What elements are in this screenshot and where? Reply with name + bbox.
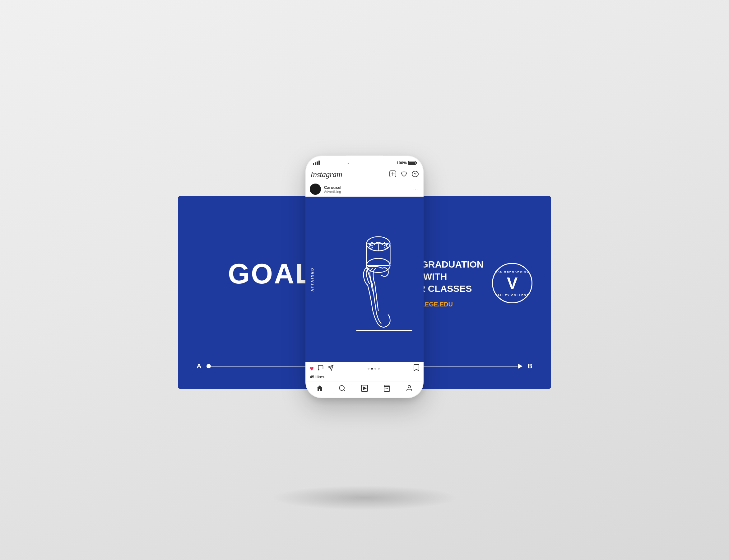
svg-line-9 — [344, 390, 345, 391]
signal-bar-4 — [319, 161, 320, 165]
post-username: Carousel — [324, 185, 342, 190]
svg-point-8 — [339, 385, 344, 390]
like-button[interactable]: ♥ — [310, 365, 314, 373]
post-avatar — [310, 184, 321, 195]
carousel-dots — [367, 368, 380, 370]
point-a-label: A — [197, 362, 202, 370]
scene: GOAL A GET TO GRADUATION FASTER WITH SUM… — [147, 78, 582, 482]
signal-bar-1 — [313, 163, 314, 165]
phone: 11: 11 a.m. 100% Instagram — [306, 156, 423, 398]
vc-logo-bottom-text: VALLEY COLLEGE — [493, 294, 531, 297]
vc-logo-letter: V — [507, 275, 518, 291]
attained-label: ATTAINED — [311, 267, 314, 292]
post-user[interactable]: Carousel Advertising — [310, 184, 342, 195]
battery-area: 100% — [396, 161, 416, 165]
instagram-icons — [389, 170, 418, 179]
reels-nav-icon[interactable] — [361, 385, 368, 392]
add-post-icon[interactable] — [389, 170, 396, 179]
post-subtitle: Advertising — [324, 190, 342, 194]
comment-button[interactable] — [318, 365, 324, 372]
vc-logo-top-text: SAN BERNARDINO — [493, 270, 531, 273]
vc-logo: SAN BERNARDINO V VALLEY COLLEGE — [492, 263, 532, 303]
post-actions-left: ♥ — [310, 365, 334, 373]
post-actions: ♥ — [306, 362, 423, 374]
battery-percent: 100% — [396, 161, 407, 165]
profile-nav-icon[interactable] — [405, 385, 413, 392]
dot-1 — [367, 368, 369, 370]
likes-count: 45 likes — [306, 374, 423, 381]
post-user-info: Carousel Advertising — [324, 185, 342, 194]
instagram-header: Instagram — [306, 168, 423, 182]
bottom-navigation — [306, 381, 423, 398]
post-more-button[interactable]: ··· — [413, 186, 419, 192]
search-nav-icon[interactable] — [339, 385, 346, 392]
post-image-inner: ATTAINED — [306, 197, 423, 362]
home-nav-icon[interactable] — [316, 385, 324, 392]
dot-3 — [374, 368, 376, 370]
share-button[interactable] — [328, 365, 334, 372]
diploma-illustration — [306, 197, 423, 362]
dot-4 — [378, 368, 380, 370]
shop-nav-icon[interactable] — [383, 385, 390, 392]
phone-mockup: 11: 11 a.m. 100% Instagram — [306, 156, 423, 398]
point-b-label: B — [527, 362, 532, 370]
arrow-b — [518, 364, 522, 369]
messenger-icon[interactable] — [412, 170, 418, 179]
dot-2 — [371, 368, 373, 370]
phone-notch — [346, 156, 383, 164]
battery-icon — [408, 161, 416, 165]
svg-point-12 — [408, 385, 410, 388]
notifications-icon[interactable] — [400, 170, 407, 179]
instagram-logo: Instagram — [311, 170, 342, 179]
signal-bar-2 — [315, 162, 316, 165]
signal-bars — [313, 161, 320, 165]
line-a-dot — [207, 364, 211, 368]
battery-fill — [409, 162, 415, 164]
save-button[interactable] — [413, 364, 419, 373]
signal-bar-3 — [317, 161, 318, 165]
post-header: Carousel Advertising ··· — [306, 182, 423, 197]
post-image: ATTAINED — [306, 197, 423, 362]
goal-text: GOAL — [228, 258, 314, 290]
